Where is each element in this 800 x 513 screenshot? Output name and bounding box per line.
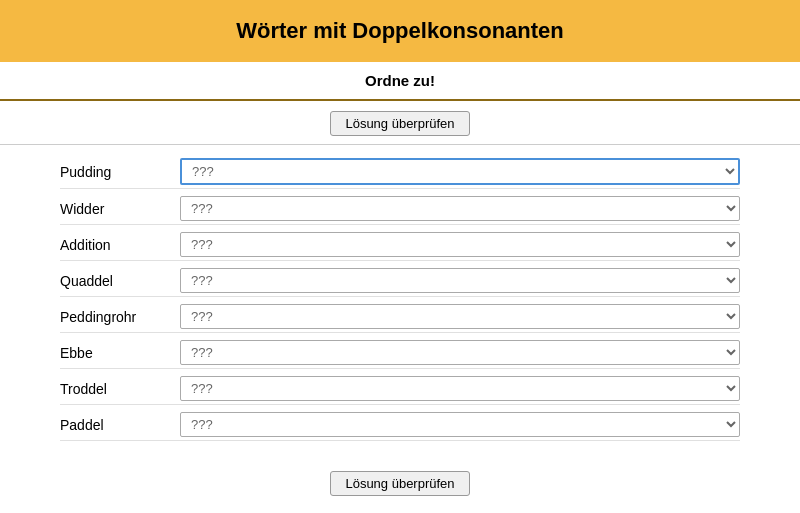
word-label-pudding: Pudding [60, 164, 180, 180]
word-row: Quaddel??? [60, 265, 740, 297]
check-button-bottom[interactable]: Lösung überprüfen [330, 471, 469, 496]
word-select-peddingrohr[interactable]: ??? [180, 304, 740, 329]
content-area: Pudding???Widder???Addition???Quaddel???… [0, 145, 800, 455]
word-select-quaddel[interactable]: ??? [180, 268, 740, 293]
word-label-addition: Addition [60, 237, 180, 253]
word-select-addition[interactable]: ??? [180, 232, 740, 257]
word-row: Troddel??? [60, 373, 740, 405]
check-button-top-container: Lösung überprüfen [0, 101, 800, 145]
word-select-troddel[interactable]: ??? [180, 376, 740, 401]
page-title: Wörter mit Doppelkonsonanten [236, 18, 564, 43]
header: Wörter mit Doppelkonsonanten [0, 0, 800, 62]
instruction-label: Ordne zu! [365, 72, 435, 89]
word-select-ebbe[interactable]: ??? [180, 340, 740, 365]
word-label-widder: Widder [60, 201, 180, 217]
word-row: Pudding??? [60, 155, 740, 189]
word-row: Ebbe??? [60, 337, 740, 369]
word-label-quaddel: Quaddel [60, 273, 180, 289]
word-row: Paddel??? [60, 409, 740, 441]
word-label-ebbe: Ebbe [60, 345, 180, 361]
word-label-troddel: Troddel [60, 381, 180, 397]
word-label-peddingrohr: Peddingrohr [60, 309, 180, 325]
word-row: Widder??? [60, 193, 740, 225]
check-button-top[interactable]: Lösung überprüfen [330, 111, 469, 136]
word-row: Peddingrohr??? [60, 301, 740, 333]
check-button-bottom-container: Lösung überprüfen [0, 455, 800, 506]
instruction-bar: Ordne zu! [0, 62, 800, 101]
word-select-widder[interactable]: ??? [180, 196, 740, 221]
word-label-paddel: Paddel [60, 417, 180, 433]
word-select-pudding[interactable]: ??? [180, 158, 740, 185]
word-row: Addition??? [60, 229, 740, 261]
word-select-paddel[interactable]: ??? [180, 412, 740, 437]
